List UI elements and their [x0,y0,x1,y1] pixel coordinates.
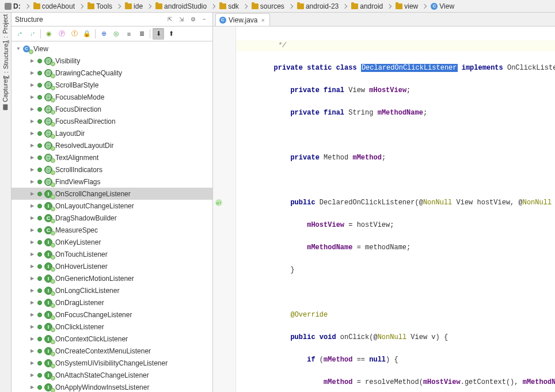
chevron-right-icon [79,3,83,8]
inner-badge-icon [51,86,55,90]
filter-methods-icon[interactable]: Ⓟ [56,28,67,40]
breadcrumb-item[interactable]: view [393,2,420,10]
filter-properties-icon[interactable]: ◉ [43,28,55,40]
tree-item[interactable]: IOnClickListener [12,321,212,333]
inner-badge-icon [51,74,55,78]
expand-arrow-icon[interactable] [29,58,36,64]
expand-arrow-icon[interactable] [29,94,36,101]
expand-arrow-icon[interactable] [29,227,36,234]
expand-arrow-icon[interactable] [29,154,36,161]
tree-item[interactable]: IOnGenericMotionListener [12,272,212,284]
filter-fields-icon[interactable]: ⓕ [69,28,80,40]
tree-item[interactable]: @TextAlignment [12,151,212,163]
breadcrumb-item[interactable]: codeAbout [31,2,77,10]
tree-item[interactable]: IOnSystemUiVisibilityChangeListener [12,357,212,369]
tree-item[interactable]: IOnScrollChangeListener [12,188,212,200]
structure-tree[interactable]: C View @Visibility@DrawingCacheQuality@S… [12,41,212,392]
expand-arrow-icon[interactable] [29,287,36,294]
tree-item[interactable]: @FocusDirection [12,103,212,115]
tree-item[interactable]: @FocusableMode [12,91,212,103]
tree-item[interactable]: IOnContextClickListener [12,333,212,345]
expand-arrow-icon[interactable] [29,82,36,89]
close-icon[interactable]: × [260,17,265,24]
tree-item[interactable]: CDragShadowBuilder [12,212,212,224]
tree-item[interactable]: IOnApplyWindowInsetsListener [12,381,212,392]
breadcrumb-item[interactable]: android-23 [295,2,341,10]
expand-arrow-icon[interactable] [29,191,36,197]
expand-arrow-icon[interactable] [15,45,22,52]
minimize-icon[interactable]: − [200,15,209,24]
autoscroll-from-icon[interactable]: ⬆ [165,28,177,40]
expand-arrow-icon[interactable] [29,178,36,185]
expand-arrow-icon[interactable] [29,384,36,391]
breadcrumb-item[interactable]: sdk [217,2,241,10]
expand-arrow-icon[interactable] [29,203,36,210]
breadcrumb-item[interactable]: Tools [85,2,115,10]
tree-item[interactable]: IOnLayoutChangeListener [12,200,212,212]
tree-item[interactable]: @DrawingCacheQuality [12,67,212,79]
rail-tab-captures[interactable]: Captures [1,74,10,113]
autoscroll-source-icon[interactable]: ⬇ [153,28,164,40]
tree-item[interactable]: @FocusRealDirection [12,115,212,127]
expand-arrow-icon[interactable] [29,166,36,173]
tree-item[interactable]: IOnHoverListener [12,260,212,272]
tree-item[interactable]: @LayoutDir [12,127,212,139]
tree-item[interactable]: IOnCreateContextMenuListener [12,345,212,357]
breadcrumb-class[interactable]: CView [428,2,457,10]
tree-item[interactable]: @Visibility [12,55,212,67]
breadcrumb-item[interactable]: android [349,2,385,10]
tree-root[interactable]: C View [12,43,212,55]
expand-arrow-icon[interactable] [29,239,36,246]
filter-lock-icon[interactable]: 🔒 [81,28,93,40]
tree-item[interactable]: IOnAttachStateChangeListener [12,369,212,381]
breadcrumb-item[interactable]: ide [123,2,145,10]
breadcrumb-item[interactable]: androidStudio [153,2,209,10]
tree-item-label: OnSystemUiVisibilityChangeListener [55,359,168,367]
tree-item[interactable]: IOnLongClickListener [12,284,212,296]
disk-icon [5,3,12,10]
expand-arrow-icon[interactable] [29,130,36,137]
expand-arrow-icon[interactable] [29,360,36,367]
tree-item[interactable]: @ResolvedLayoutDir [12,139,212,151]
breadcrumb-disk[interactable]: D: [2,2,23,10]
sort-alpha-icon[interactable]: ↓ᴬ [14,28,25,40]
expand-all-icon[interactable]: ⇲ [177,15,186,24]
expand-arrow-icon[interactable] [29,348,36,355]
tree-item[interactable]: IOnFocusChangeListener [12,309,212,321]
override-gutter-icon[interactable]: o↑ [215,199,222,206]
filter-anonymous-icon[interactable]: ◎ [111,28,122,40]
filter-lambda-icon[interactable]: ≡ [123,28,135,40]
tree-item[interactable]: @FindViewFlags [12,176,212,188]
tree-item[interactable]: CMeasureSpec [12,224,212,236]
tree-item[interactable]: @ScrollBarStyle [12,79,212,91]
folder-icon [125,3,132,9]
expand-arrow-icon[interactable] [29,324,36,330]
tree-item[interactable]: IOnKeyListener [12,236,212,248]
sort-visibility-icon[interactable]: ↓ᶻ [26,28,38,40]
expand-arrow-icon[interactable] [29,118,36,125]
structure-toolbar: ↓ᴬ ↓ᶻ ◉ Ⓟ ⓕ 🔒 ⊕ ◎ ≡ ≣ ⬇ ⬆ [12,26,212,41]
inner-badge-icon [51,340,55,344]
code-area[interactable]: */ private static class DeclaredOnClickL… [236,26,555,392]
filter-non-public-icon[interactable]: ≣ [136,28,147,40]
expand-arrow-icon[interactable] [29,336,36,342]
file-tab-view[interactable]: C View.java × [215,13,270,26]
expand-arrow-icon[interactable] [29,299,36,306]
breadcrumb-item[interactable]: sources [249,2,287,10]
tree-item[interactable]: IOnTouchListener [12,248,212,260]
expand-arrow-icon[interactable] [29,372,36,379]
tree-item[interactable]: @ScrollIndicators [12,163,212,176]
expand-arrow-icon[interactable] [29,106,36,113]
expand-arrow-icon[interactable] [29,311,36,318]
tree-item[interactable]: IOnDragListener [12,296,212,309]
expand-arrow-icon[interactable] [29,215,36,222]
filter-inherited-icon[interactable]: ⊕ [98,28,109,40]
expand-arrow-icon[interactable] [29,70,36,77]
collapse-all-icon[interactable]: ⇱ [165,15,174,24]
gear-icon[interactable]: ⚙ [188,15,197,24]
expand-arrow-icon[interactable] [29,142,36,149]
expand-arrow-icon[interactable] [29,251,36,258]
expand-arrow-icon[interactable] [29,275,36,282]
expand-arrow-icon[interactable] [29,263,36,270]
editor-gutter[interactable]: o↑ [213,26,236,392]
